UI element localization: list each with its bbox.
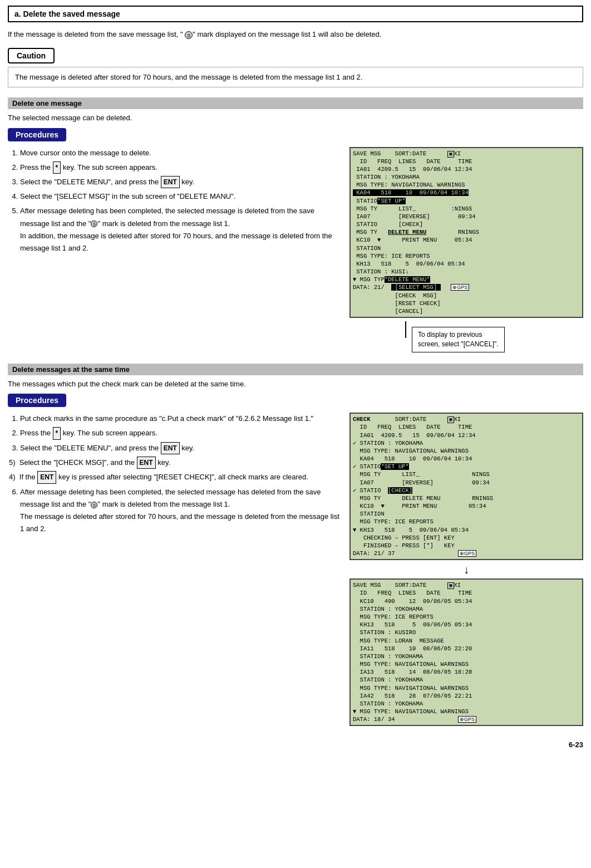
section2-intro: The messages which put the check mark ca… [8,379,583,390]
step2-4: 5) Select the "[CHECK MSG]", and the ENT… [9,457,341,469]
screen3: SAVE MSG SORT:DATE ▣XI ID FREQ LINES DAT… [349,578,583,726]
intro-text: If the message is deleted from the save … [8,29,583,40]
step2-3: Select the "DELETE MENU", and press the … [20,442,341,454]
section1-steps: Move cursor onto the message to delete. … [8,147,341,352]
screen1: SAVE MSG SORT:DATE ▣XI ID FREQ LINES DAT… [349,147,583,318]
procedures-badge-2: Procedures [8,394,66,407]
screen2: CHECK SORT:DATE ▣XI ID FREQ LINES DATE T… [349,413,583,560]
section2-steps: Put check marks in the same procedure as… [8,413,341,729]
section2-screen-area: CHECK SORT:DATE ▣XI ID FREQ LINES DATE T… [349,413,583,729]
main-title: a. Delete the saved message [8,6,583,22]
step2-5: 4) If the ENT key is pressed after selec… [9,471,341,483]
step2-2: Press the * key. The sub screen appears. [20,427,341,439]
step1-2: Press the * key. The sub screen appears. [20,161,341,174]
section2: Delete messages at the same time The mes… [8,364,583,730]
callout-box: To display to previousscreen, select "[C… [412,327,505,352]
arrow-down: ↓ [349,563,583,576]
page-number: 6-23 [8,741,583,749]
section1-header: Delete one message [8,97,583,109]
caution-label: Caution [8,48,55,63]
section1: Delete one message The selected message … [8,97,583,352]
step1-5: After message deleting has been complete… [20,205,341,254]
step1-4: Select the "[SELECT MSG]" in the sub scr… [20,190,341,203]
step2-1: Put check marks in the same procedure as… [20,413,341,425]
step2-6: After message deleting has been complete… [20,486,341,535]
step1-3: Select the "DELETE MENU", and press the … [20,176,341,188]
procedures-badge-1: Procedures [8,128,66,141]
caution-content: The message is deleted after stored for … [8,67,583,88]
section2-header: Delete messages at the same time [8,364,583,375]
step1-1: Move cursor onto the message to delete. [20,147,341,159]
section1-screen-area: SAVE MSG SORT:DATE ▣XI ID FREQ LINES DAT… [349,147,583,352]
section1-intro: The selected message can be deleted. [8,112,583,124]
